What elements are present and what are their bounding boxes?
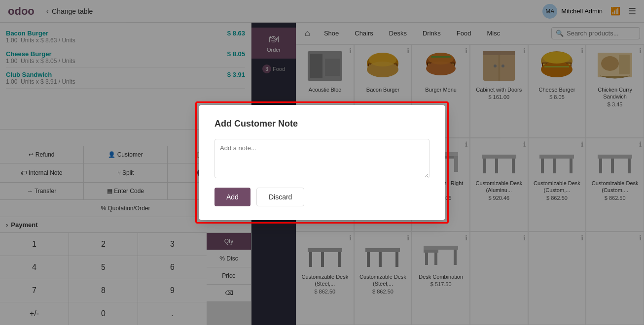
- modal-overlay[interactable]: Add Customer Note Add Discard: [0, 0, 644, 325]
- add-note-button[interactable]: Add: [215, 188, 250, 206]
- modal-title: Add Customer Note: [215, 119, 429, 129]
- modal-highlight-border: Add Customer Note Add Discard: [195, 101, 449, 224]
- modal-buttons: Add Discard: [215, 188, 429, 206]
- add-customer-note-modal: Add Customer Note Add Discard: [199, 105, 445, 220]
- note-textarea[interactable]: [215, 139, 429, 178]
- discard-note-button[interactable]: Discard: [256, 188, 304, 206]
